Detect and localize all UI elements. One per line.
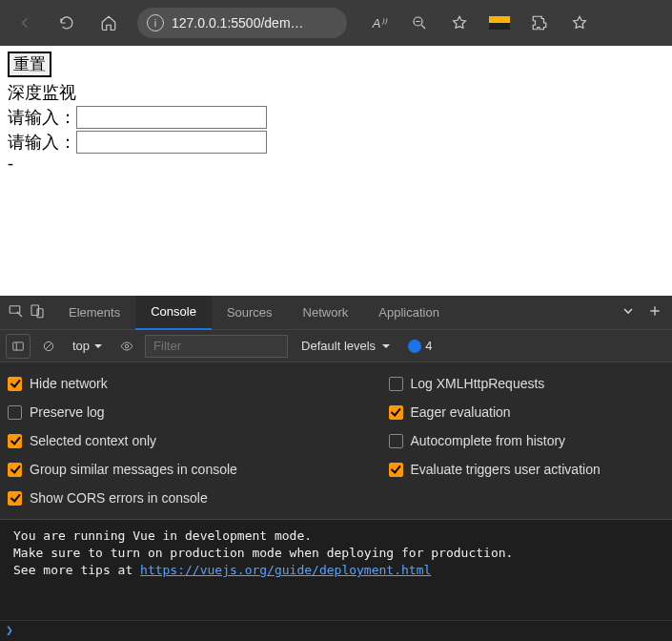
input-label-2: 请输入： [8,131,76,154]
zoom-out-icon[interactable] [400,4,438,42]
back-button[interactable] [6,4,44,42]
tab-elements[interactable]: Elements [53,296,135,330]
msg-line3-prefix: See more tips at [13,563,140,577]
checkbox-triggers-activation[interactable]: Evaluate triggers user activation [389,462,665,477]
clear-console-icon[interactable] [36,334,61,359]
url-text: 127.0.0.1:5500/dem… [172,15,304,31]
device-toggle-icon[interactable] [29,302,46,322]
console-toolbar: top Default levels 4 [0,330,672,362]
checkbox-preserve-log[interactable]: Preserve log [8,404,284,420]
page-title: 深度监视 [8,81,664,104]
add-tab-icon[interactable] [647,303,662,321]
tab-console[interactable]: Console [135,296,212,330]
inspect-icon[interactable] [8,302,25,322]
context-label: top [72,339,90,353]
home-button[interactable] [90,4,128,42]
deployment-link[interactable]: https://vuejs.org/guide/deployment.html [140,563,431,577]
input-row-1: 请输入： [8,106,664,129]
page-dash-text: - [8,154,664,174]
svg-rect-4 [13,341,24,349]
reset-button[interactable]: 重置 [8,52,51,77]
checkbox-eager-eval[interactable]: Eager evaluation [389,404,665,420]
console-prompt[interactable]: ❯ [0,620,672,641]
checkbox-selected-context[interactable]: Selected context only [8,433,284,448]
msg-line1: You are running Vue in development mode. [13,528,312,543]
text-input-1[interactable] [76,106,267,129]
svg-rect-1 [10,306,20,314]
checkbox-group-similar[interactable]: Group similar messages in console [8,462,284,477]
tab-sources[interactable]: Sources [212,296,288,330]
issues-indicator[interactable]: 4 [408,339,432,353]
issues-badge-icon [408,340,421,353]
msg-line2: Make sure to turn on production mode whe… [13,546,513,560]
checkbox-log-xhr[interactable]: Log XMLHttpRequests [389,376,665,391]
issues-count: 4 [425,339,432,353]
console-settings-panel: Hide network Preserve log Selected conte… [0,362,672,519]
collections-icon[interactable] [480,4,519,42]
tab-network[interactable]: Network [288,296,364,330]
extensions-icon[interactable] [520,4,559,42]
text-input-2[interactable] [76,131,267,154]
levels-label: Default levels [301,339,376,353]
address-bar[interactable]: i 127.0.0.1:5500/dem… [137,8,347,38]
svg-rect-3 [37,309,43,318]
site-info-icon[interactable]: i [147,14,164,31]
checkbox-hide-network[interactable]: Hide network [8,376,284,391]
live-expression-icon[interactable] [114,334,139,359]
page-content: 重置 深度监视 请输入： 请输入： - [0,46,672,296]
favorite-icon[interactable] [440,4,479,42]
browser-top-bar: i 127.0.0.1:5500/dem… A⁾⁾ [0,0,672,46]
more-tabs-icon[interactable] [621,303,636,321]
favorites-star-icon[interactable] [560,4,599,42]
svg-point-6 [125,344,129,348]
read-aloud-icon[interactable]: A⁾⁾ [360,4,398,42]
checkbox-autocomplete[interactable]: Autocomplete from history [389,433,665,448]
context-selector[interactable]: top [67,339,109,353]
console-messages: You are running Vue in development mode.… [0,519,672,620]
input-label-1: 请输入： [8,106,76,129]
input-row-2: 请输入： [8,131,664,154]
log-levels-selector[interactable]: Default levels [301,339,391,353]
devtools-panel: Elements Console Sources Network Applica… [0,296,672,641]
chevron-down-icon [381,341,391,351]
devtools-tabbar: Elements Console Sources Network Applica… [0,296,672,330]
refresh-button[interactable] [48,4,86,42]
console-filter-input[interactable] [145,335,288,358]
tab-application[interactable]: Application [363,296,455,330]
checkbox-show-cors[interactable]: Show CORS errors in console [8,490,284,506]
chevron-down-icon [93,341,103,351]
toggle-sidebar-icon[interactable] [6,334,31,359]
